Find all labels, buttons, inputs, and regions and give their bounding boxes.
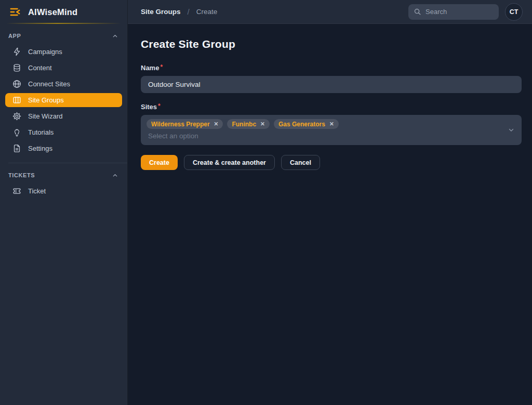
section-label: TICKETS bbox=[8, 172, 35, 178]
page-title: Create Site Group bbox=[141, 38, 522, 50]
select-placeholder: Select an option bbox=[148, 132, 503, 140]
sidebar-item-content[interactable]: Content bbox=[0, 60, 127, 76]
sidebar-item-ticket[interactable]: Ticket bbox=[0, 183, 127, 199]
name-field-group: Name* bbox=[141, 63, 522, 93]
globe-icon bbox=[12, 80, 21, 88]
section-label: APP bbox=[8, 33, 21, 39]
name-label: Name* bbox=[141, 64, 163, 72]
sidebar: AIWiseMind APP Campaigns Content Co bbox=[0, 0, 128, 405]
sites-label: Sites* bbox=[141, 103, 161, 111]
cancel-button[interactable]: Cancel bbox=[281, 155, 320, 170]
tag-gas-generators: Gas Generators ✕ bbox=[274, 119, 339, 129]
ticket-icon bbox=[12, 187, 21, 195]
tag-label: Gas Generators bbox=[278, 121, 325, 128]
create-and-create-another-button[interactable]: Create & create another bbox=[184, 155, 275, 170]
chevron-down-icon[interactable] bbox=[508, 126, 515, 134]
form-actions: Create Create & create another Cancel bbox=[141, 155, 522, 170]
sidebar-item-label: Site Groups bbox=[28, 96, 64, 104]
topbar: Site Groups / Create CT bbox=[128, 0, 532, 24]
lightbulb-icon bbox=[12, 128, 21, 137]
sidebar-item-label: Ticket bbox=[28, 187, 46, 195]
tag-funinbc: Funinbc ✕ bbox=[227, 119, 269, 129]
tag-wilderness-prepper: Wilderness Prepper ✕ bbox=[147, 119, 223, 129]
chevron-up-icon[interactable] bbox=[112, 173, 118, 178]
search-icon bbox=[414, 8, 421, 16]
sidebar-section-app: APP bbox=[0, 24, 127, 44]
sidebar-item-label: Campaigns bbox=[28, 48, 62, 56]
sidebar-section-tickets: TICKETS bbox=[0, 163, 127, 183]
sidebar-item-label: Settings bbox=[28, 145, 52, 152]
columns-icon bbox=[12, 96, 21, 104]
required-asterisk: * bbox=[158, 102, 161, 110]
name-label-text: Name bbox=[141, 64, 159, 72]
required-asterisk: * bbox=[160, 63, 163, 71]
sites-label-text: Sites bbox=[141, 103, 157, 111]
sidebar-item-campaigns[interactable]: Campaigns bbox=[0, 44, 127, 60]
chevron-up-icon[interactable] bbox=[112, 33, 118, 39]
sites-field-group: Sites* Wilderness Prepper ✕ Funinbc ✕ Ga… bbox=[141, 102, 522, 145]
search-box bbox=[408, 4, 499, 20]
name-input[interactable] bbox=[141, 76, 522, 93]
sidebar-item-label: Tutorials bbox=[28, 128, 54, 136]
document-icon bbox=[12, 144, 21, 153]
breadcrumb-site-groups[interactable]: Site Groups bbox=[141, 8, 181, 16]
sidebar-item-label: Content bbox=[28, 64, 52, 72]
sidebar-item-site-groups[interactable]: Site Groups bbox=[5, 93, 122, 107]
app-window: AIWiseMind APP Campaigns Content Co bbox=[0, 0, 532, 405]
app-title: AIWiseMind bbox=[28, 7, 77, 17]
sidebar-item-site-wizard[interactable]: Site Wizard bbox=[0, 108, 127, 124]
tag-label: Wilderness Prepper bbox=[151, 121, 210, 128]
create-button[interactable]: Create bbox=[141, 155, 178, 170]
topbar-right: CT bbox=[408, 3, 523, 21]
lightning-icon bbox=[12, 47, 21, 56]
breadcrumb-separator: / bbox=[188, 7, 190, 16]
gear-icon bbox=[12, 112, 21, 121]
selected-tags-row: Wilderness Prepper ✕ Funinbc ✕ Gas Gener… bbox=[147, 119, 503, 129]
sidebar-item-connect-sites[interactable]: Connect Sites bbox=[0, 76, 127, 92]
sidebar-item-label: Connect Sites bbox=[28, 80, 70, 88]
database-icon bbox=[12, 63, 21, 72]
breadcrumb: Site Groups / Create bbox=[141, 7, 217, 16]
sidebar-item-settings[interactable]: Settings bbox=[0, 140, 127, 156]
main-content: Create Site Group Name* Sites* Wildernes… bbox=[128, 24, 532, 405]
menu-fold-icon[interactable] bbox=[9, 6, 21, 18]
search-input[interactable] bbox=[425, 8, 494, 16]
tag-remove-icon[interactable]: ✕ bbox=[214, 121, 219, 127]
breadcrumb-create: Create bbox=[196, 8, 218, 16]
sidebar-item-tutorials[interactable]: Tutorials bbox=[0, 124, 127, 140]
sidebar-header: AIWiseMind bbox=[0, 0, 127, 24]
sites-multiselect[interactable]: Wilderness Prepper ✕ Funinbc ✕ Gas Gener… bbox=[141, 115, 522, 145]
tag-remove-icon[interactable]: ✕ bbox=[329, 121, 334, 127]
tag-label: Funinbc bbox=[232, 121, 256, 128]
sidebar-item-label: Site Wizard bbox=[28, 112, 62, 120]
tag-remove-icon[interactable]: ✕ bbox=[260, 121, 265, 127]
avatar[interactable]: CT bbox=[505, 3, 523, 21]
